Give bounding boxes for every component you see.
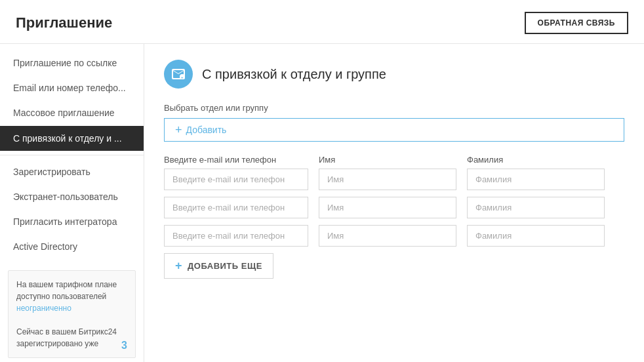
info-line1: На вашем тарифном плане доступно пользов…	[16, 280, 117, 301]
sidebar-item-register[interactable]: Зарегистрировать	[0, 159, 144, 184]
section-header: + С привязкой к отделу и группе	[164, 60, 624, 89]
table-row	[164, 225, 624, 247]
name-column-label: Имя	[319, 155, 456, 165]
email-input-3[interactable]	[164, 225, 308, 247]
add-department-button[interactable]: + Добавить	[164, 118, 624, 142]
email-input-1[interactable]	[164, 169, 308, 190]
name-input-1[interactable]	[319, 169, 456, 190]
info-box: На вашем тарифном плане доступно пользов…	[8, 270, 136, 358]
plus-add-more-icon: +	[175, 259, 182, 273]
svg-text:+: +	[181, 75, 184, 79]
lastname-input-2[interactable]	[467, 197, 605, 218]
app-container: Приглашение ОБРАТНАЯ СВЯЗЬ Приглашение п…	[0, 0, 644, 362]
name-input-3[interactable]	[319, 225, 456, 247]
sidebar-item-active-directory[interactable]: Active Directory	[0, 234, 144, 259]
select-label: Выбрать отдел или группу	[164, 103, 624, 113]
sidebar: Приглашение по ссылке Email или номер те…	[0, 44, 144, 362]
sidebar-item-department-group[interactable]: С привязкой к отделу и ...	[0, 126, 144, 151]
sidebar-item-extranet[interactable]: Экстранет-пользователь	[0, 184, 144, 209]
sidebar-divider	[0, 155, 144, 155]
email-input-2[interactable]	[164, 197, 308, 218]
section-icon: +	[164, 60, 193, 89]
plus-icon: +	[175, 124, 182, 136]
body: Приглашение по ссылке Email или номер те…	[0, 44, 644, 362]
add-btn-text: Добавить	[186, 125, 227, 135]
page-title: Приглашение	[16, 14, 112, 31]
lastname-input-1[interactable]	[467, 169, 605, 190]
sidebar-item-integrator[interactable]: Пригласить интегратора	[0, 209, 144, 234]
main-content: + С привязкой к отделу и группе Выбрать …	[144, 44, 644, 362]
sidebar-item-email-phone[interactable]: Email или номер телефо...	[0, 75, 144, 100]
section-title: С привязкой к отделу и группе	[202, 67, 386, 82]
feedback-button[interactable]: ОБРАТНАЯ СВЯЗЬ	[525, 12, 628, 34]
header: Приглашение ОБРАТНАЯ СВЯЗЬ	[0, 0, 644, 44]
lastname-column-label: Фамилия	[467, 155, 605, 165]
table-row	[164, 169, 624, 190]
fields-header: Введите e-mail или телефон Имя Фамилия	[164, 155, 624, 165]
sidebar-item-mass-invite[interactable]: Массовое приглашение	[0, 100, 144, 125]
email-column-label: Введите e-mail или телефон	[164, 155, 308, 165]
unlimited-link[interactable]: неограниченно	[16, 304, 71, 313]
invite-icon: +	[171, 66, 186, 82]
sidebar-item-invite-link[interactable]: Приглашение по ссылке	[0, 50, 144, 75]
name-input-2[interactable]	[319, 197, 456, 218]
info-line2: Сейчас в вашем Битрикс24 зарегистрирован…	[16, 327, 117, 348]
add-more-label: ДОБАВИТЬ ЕЩЕ	[188, 261, 262, 271]
add-more-button[interactable]: + ДОБАВИТЬ ЕЩЕ	[164, 253, 273, 279]
lastname-input-3[interactable]	[467, 225, 605, 247]
users-count-badge: 3	[121, 338, 127, 353]
table-row	[164, 197, 624, 218]
